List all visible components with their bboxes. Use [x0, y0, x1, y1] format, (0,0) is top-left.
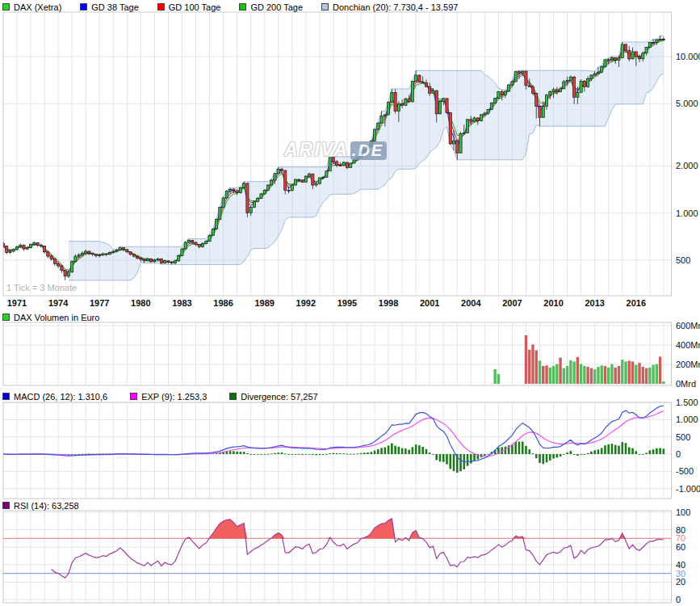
candle-body — [99, 255, 101, 256]
divergence-bar — [412, 447, 414, 454]
candle-body — [659, 39, 661, 40]
macd-y-tick-label: 500 — [676, 432, 690, 442]
candle-body — [61, 266, 63, 271]
candle-body — [494, 99, 497, 103]
exp-swatch-icon — [130, 393, 137, 400]
candle-body — [102, 254, 104, 255]
candle-body — [504, 91, 506, 95]
candle-body — [346, 162, 348, 167]
candle-body — [391, 92, 393, 102]
candle-body — [446, 99, 448, 113]
candle-body — [85, 251, 87, 253]
divergence-bar — [305, 454, 308, 455]
candle-body — [656, 40, 658, 42]
divergence-bar — [453, 454, 455, 471]
candle-body — [621, 44, 623, 58]
price-x-tick-label: 1977 — [90, 298, 109, 308]
candle-body — [112, 251, 115, 252]
candle-body — [394, 92, 396, 111]
legend-label-volume: DAX Volumen in Euro — [14, 313, 99, 322]
panel-border — [3, 511, 672, 603]
candle-body — [590, 75, 593, 78]
candle-body — [132, 255, 135, 256]
candle-body — [105, 254, 107, 255]
candle-body — [473, 118, 476, 121]
macd-y-tick-label: 1.000 — [676, 415, 698, 424]
volume-bar — [586, 367, 589, 384]
legend-item-exp: EXP (9): 1.253,3 — [130, 392, 207, 402]
candle-body — [576, 92, 579, 97]
rsi-overbought-fill — [52, 519, 664, 539]
candle-body — [229, 189, 232, 191]
candle-body — [212, 229, 214, 236]
candle-body — [435, 90, 438, 114]
price-x-tick-label: 2004 — [461, 298, 481, 308]
price-x-tick-label: 2001 — [420, 298, 439, 308]
dax-swatch-icon — [2, 3, 10, 11]
candle-body — [384, 115, 386, 116]
divergence-bar — [342, 453, 345, 454]
price-x-tick-label: 2010 — [543, 298, 563, 308]
divergence-bar — [546, 454, 548, 462]
candle-body — [587, 78, 589, 86]
candle-body — [397, 103, 400, 111]
candle-body — [15, 246, 18, 250]
candle-body — [253, 201, 255, 207]
candle-body — [246, 183, 249, 213]
volume-y-tick-label: 600Mrd — [676, 321, 700, 330]
candle-body — [280, 169, 283, 170]
candle-body — [411, 82, 413, 102]
price-x-tick-label: 2016 — [627, 298, 646, 308]
candle-body — [484, 113, 486, 115]
divergence-bar — [254, 454, 256, 455]
price-legend: DAX (Xetra) GD 38 Tage GD 100 Tage GD 20… — [2, 2, 458, 12]
volume-legend: DAX Volumen in Euro — [2, 312, 99, 322]
divergence-bar — [301, 454, 304, 455]
candle-body — [583, 82, 585, 87]
legend-item-dax: DAX (Xetra) — [2, 2, 61, 12]
divergence-bar — [287, 454, 290, 455]
candle-body — [9, 251, 11, 252]
price-y-tick-label: 2.000 — [676, 161, 698, 170]
divergence-bar — [587, 453, 589, 454]
volume-bar — [635, 365, 637, 384]
volume-bar — [624, 361, 627, 384]
divergence-bar — [339, 453, 342, 454]
price-x-tick-label: 1992 — [296, 298, 316, 308]
volume-bar — [645, 368, 648, 384]
candle-body — [122, 248, 124, 250]
candle-body — [140, 259, 142, 260]
candle-body — [480, 115, 483, 120]
price-x-tick-label: 1974 — [48, 298, 69, 308]
volume-bar — [618, 366, 620, 384]
volume-bar — [614, 368, 617, 384]
watermark-brand: ARIVA — [284, 139, 349, 160]
divergence-bar — [274, 453, 276, 454]
rsi-swatch-icon — [2, 502, 10, 509]
volume-bar — [539, 360, 541, 384]
divergence-bar — [549, 454, 551, 461]
candle-body — [593, 74, 596, 75]
divergence-bar — [593, 450, 596, 454]
candle-body — [528, 86, 530, 87]
volume-bar — [576, 357, 579, 384]
candle-body — [47, 252, 49, 256]
volume-bar — [563, 368, 565, 384]
candle-body — [476, 118, 479, 120]
candle-body — [136, 256, 139, 258]
divergence-bar — [233, 451, 235, 454]
volume-y-tick-label: 0Mrd — [676, 379, 696, 389]
candle-body — [542, 107, 544, 118]
volume-bar — [659, 356, 661, 384]
candle-body — [514, 72, 517, 82]
candle-body — [108, 252, 111, 254]
divergence-bar — [329, 453, 331, 454]
candle-body — [164, 261, 166, 263]
divergence-bar — [528, 449, 530, 454]
watermark-domain: .DE — [350, 141, 387, 160]
volume-bar — [642, 367, 644, 384]
candle-body — [191, 240, 194, 242]
divergence-bar — [270, 453, 273, 454]
candle-body — [71, 262, 73, 272]
divergence-bar — [570, 451, 572, 454]
